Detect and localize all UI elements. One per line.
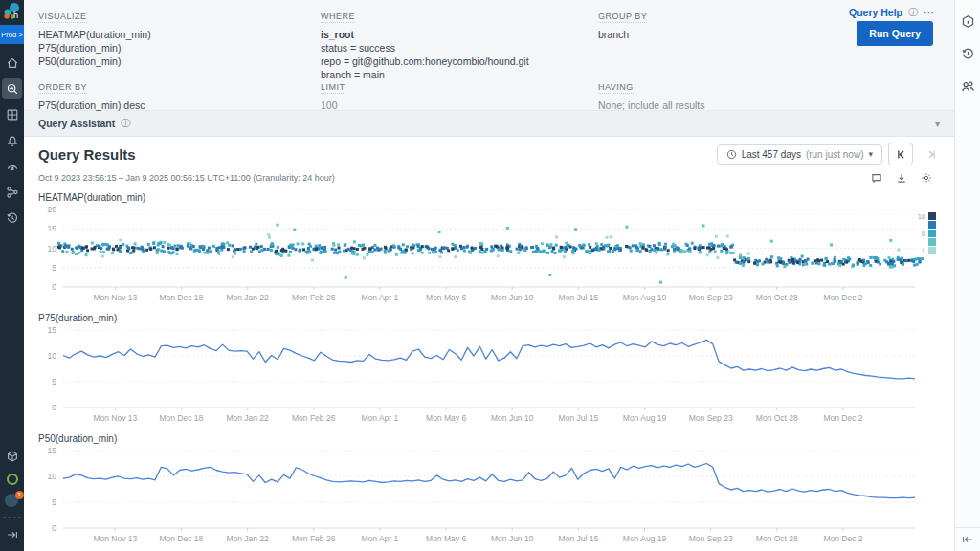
- chevron-down-icon: ▾: [868, 149, 873, 159]
- visualize-column[interactable]: VISUALIZE HEATMAP(duration_min) P75(dura…: [38, 6, 297, 68]
- svg-text:h: h: [13, 11, 18, 20]
- sidebar-item-slos[interactable]: [2, 156, 22, 176]
- svg-text:5: 5: [52, 263, 56, 273]
- svg-text:18: 18: [918, 212, 925, 221]
- svg-text:Mon Apr 1: Mon Apr 1: [362, 534, 399, 543]
- time-range-dropdown[interactable]: Last 457 days (run just now) ▾: [717, 144, 882, 165]
- info-icon: [961, 14, 975, 29]
- gear-icon[interactable]: [921, 172, 932, 184]
- order-by-column[interactable]: ORDER BY P75(duration_min) desc: [38, 77, 297, 112]
- svg-text:5: 5: [52, 377, 56, 386]
- sidebar-item-boards[interactable]: [2, 104, 22, 124]
- svg-text:Mon Jan 22: Mon Jan 22: [226, 413, 269, 423]
- where-clause[interactable]: status = success: [321, 41, 579, 55]
- where-clause[interactable]: is_root: [321, 28, 579, 41]
- sidebar-item-home[interactable]: [2, 53, 22, 73]
- order-by-value[interactable]: P75(duration_min) desc: [38, 99, 297, 112]
- sidebar-item-alerts[interactable]: [2, 130, 22, 150]
- assistant-help-icon[interactable]: ⓘ: [121, 117, 130, 130]
- limit-value[interactable]: 100: [321, 99, 579, 112]
- help-question-icon[interactable]: ⓘ: [908, 6, 918, 19]
- info-panel-button[interactable]: [958, 11, 977, 31]
- svg-text:Mon Jun 10: Mon Jun 10: [491, 413, 534, 423]
- heatmap-chart[interactable]: 05101520Mon Nov 13Mon Dec 18Mon Jan 22Mo…: [38, 205, 947, 304]
- collapse-rail-button[interactable]: [955, 527, 980, 551]
- query-builder: VISUALIZE HEATMAP(duration_min) P75(dura…: [24, 0, 954, 111]
- visualize-item[interactable]: HEATMAP(duration_min): [38, 28, 297, 41]
- svg-text:0: 0: [52, 523, 56, 533]
- svg-text:10: 10: [48, 351, 57, 361]
- where-column[interactable]: WHERE is_root status = success repo = gi…: [321, 6, 579, 81]
- limit-label: LIMIT: [321, 82, 345, 94]
- svg-text:Mon Dec 2: Mon Dec 2: [823, 534, 862, 543]
- result-date-range: Oct 9 2023 23:56:15 – Jan 9 2025 00:56:1…: [38, 173, 335, 183]
- svg-text:Mon Jul 15: Mon Jul 15: [559, 534, 599, 543]
- chevron-down-icon[interactable]: ▾: [935, 119, 940, 129]
- where-clause[interactable]: repo = git@github.com:honeycombio/hound.…: [321, 55, 579, 68]
- time-range-value: Last 457 days: [742, 149, 801, 160]
- having-value[interactable]: None; include all results: [598, 99, 857, 112]
- service-map-icon: [6, 186, 19, 199]
- query-history-button[interactable]: [958, 44, 977, 63]
- svg-text:Mon Dec 18: Mon Dec 18: [159, 293, 203, 302]
- svg-text:Mon Feb 26: Mon Feb 26: [292, 293, 336, 302]
- user-avatar[interactable]: 3: [5, 494, 20, 509]
- team-activity-button[interactable]: [958, 77, 977, 96]
- svg-text:0: 0: [52, 403, 56, 412]
- svg-text:Mon Jan 22: Mon Jan 22: [226, 293, 269, 302]
- svg-text:Mon May 6: Mon May 6: [426, 534, 466, 543]
- svg-text:Mon May 6: Mon May 6: [426, 413, 466, 423]
- limit-column[interactable]: LIMIT 100: [321, 77, 579, 112]
- group-by-column[interactable]: GROUP BY branch: [598, 6, 857, 41]
- svg-text:15: 15: [48, 325, 57, 335]
- svg-text:Mon Dec 2: Mon Dec 2: [823, 293, 862, 302]
- svg-text:Mon Oct 28: Mon Oct 28: [756, 293, 798, 302]
- run-query-button[interactable]: Run Query: [857, 21, 933, 46]
- heatmap-chart-block: HEATMAP(duration_min) 05101520Mon Nov 13…: [38, 192, 944, 304]
- svg-text:5: 5: [52, 497, 56, 507]
- overflow-menu-icon[interactable]: ⋯: [924, 7, 935, 19]
- sidebar-expand-button[interactable]: [2, 524, 22, 544]
- environment-selector[interactable]: Prod >: [0, 25, 24, 44]
- svg-text:Mon Nov 13: Mon Nov 13: [93, 293, 137, 302]
- svg-text:Mon Oct 28: Mon Oct 28: [756, 413, 798, 423]
- p50-line-chart[interactable]: 051015Mon Nov 13Mon Dec 18Mon Jan 22Mon …: [38, 446, 947, 545]
- sidebar-item-activity-history[interactable]: [2, 208, 22, 228]
- query-help-link[interactable]: Query Help: [849, 7, 902, 18]
- svg-text:15: 15: [48, 446, 57, 455]
- query-magnifier-icon: [6, 82, 19, 96]
- visualize-item[interactable]: P50(duration_min): [38, 55, 297, 68]
- sidebar-item-query[interactable]: [2, 78, 22, 99]
- svg-text:1: 1: [922, 247, 925, 255]
- sidebar-item-packages[interactable]: [2, 446, 22, 466]
- sidebar-item-service-map[interactable]: [2, 182, 22, 202]
- having-column[interactable]: HAVING None; include all results: [598, 77, 857, 112]
- page-title: Query Results: [38, 146, 136, 163]
- honeycomb-app: h Prod >: [0, 0, 980, 551]
- svg-text:Mon Feb 26: Mon Feb 26: [292, 534, 336, 543]
- previous-time-window-button[interactable]: [888, 143, 913, 165]
- download-icon[interactable]: [896, 172, 907, 184]
- having-label: HAVING: [598, 82, 634, 94]
- p75-chart-block: P75(duration_min) 051015Mon Nov 13Mon De…: [38, 313, 944, 425]
- svg-text:10: 10: [48, 244, 57, 253]
- query-assistant-bar[interactable]: Query Assistant ⓘ ▾: [24, 111, 954, 137]
- svg-text:8: 8: [922, 230, 925, 238]
- svg-text:Mon Sep 23: Mon Sep 23: [689, 534, 733, 543]
- honeycomb-logo-icon[interactable]: h: [0, 0, 24, 25]
- group-by-value[interactable]: branch: [598, 28, 857, 41]
- svg-text:15: 15: [48, 224, 57, 233]
- cube-icon: [6, 450, 19, 463]
- status-ring-icon[interactable]: [7, 474, 18, 485]
- svg-text:Mon Aug 19: Mon Aug 19: [623, 534, 667, 543]
- visualize-item[interactable]: P75(duration_min): [38, 41, 297, 55]
- visualize-label: VISUALIZE: [38, 11, 87, 23]
- p75-line-chart[interactable]: 051015Mon Nov 13Mon Dec 18Mon Jan 22Mon …: [38, 325, 947, 425]
- group-by-label: GROUP BY: [598, 11, 647, 23]
- bell-icon: [6, 134, 19, 147]
- home-icon: [6, 56, 19, 70]
- next-time-window-button[interactable]: [919, 143, 944, 165]
- comment-icon[interactable]: [871, 172, 882, 184]
- main-content: VISUALIZE HEATMAP(duration_min) P75(dura…: [24, 0, 954, 551]
- svg-text:Mon Dec 2: Mon Dec 2: [823, 413, 862, 423]
